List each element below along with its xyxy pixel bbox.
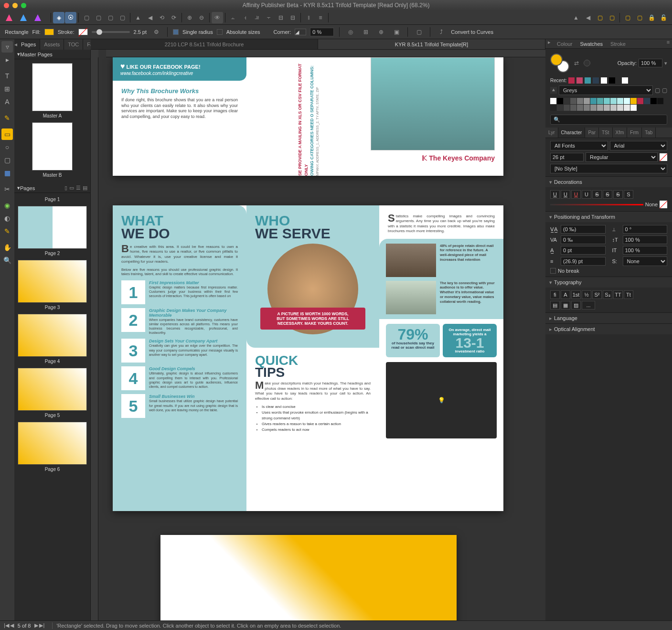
swatch-opts-icon[interactable]: ▢ [662,87,667,94]
kerning-input[interactable] [561,235,606,244]
insert-inside-icon[interactable]: ▢ [622,12,633,23]
ctab-layers[interactable]: Lyr [545,128,558,138]
add-swatch-icon[interactable]: ▢ [655,87,660,94]
stroke-width-slider[interactable] [92,31,130,33]
palette-swatch[interactable] [644,98,650,104]
designer-persona-icon[interactable] [32,12,44,23]
publisher-persona-icon[interactable] [3,12,15,23]
last-page-icon[interactable]: ▶| [39,622,44,629]
fill-tool-icon[interactable]: ◉ [1,200,13,211]
show-grid-icon[interactable]: ⊞ [360,26,372,38]
pan-tool-icon[interactable]: ✋ [1,242,13,253]
positioning-header[interactable]: Positioning and Transform [545,212,672,222]
transparency-tool-icon[interactable]: ◐ [1,213,13,224]
underline-none-icon[interactable]: U [582,190,591,199]
char-style[interactable]: [No Style] [550,164,667,173]
snap-toggle-icon[interactable]: ◈ [53,12,64,23]
ctab-frame[interactable]: Frm [627,128,642,138]
palette-swatch[interactable] [590,105,597,111]
align-center-h-icon[interactable]: ⫞ [239,12,251,23]
decorations-header[interactable]: Decorations [545,177,672,187]
space-v-icon[interactable]: ◀ [582,12,594,23]
picture-frame-tool-icon[interactable]: ▦ [1,167,13,179]
recent-swatch[interactable] [585,77,591,84]
transform-origin-icon[interactable]: ⊕ [375,26,387,38]
allcaps-icon[interactable]: Tt [624,290,633,299]
palette-swatch[interactable] [657,98,663,104]
palette-swatch[interactable] [584,98,590,104]
tab-stroke[interactable]: Stroke [607,39,629,48]
rounded-rect-tool-icon[interactable]: ▢ [1,154,13,166]
recent-swatch[interactable] [576,77,583,84]
ctab-table[interactable]: Tab [642,128,656,138]
doc-tab-2[interactable]: KYR 8.5x11 Trifold Template[R] [318,39,545,49]
font-family[interactable]: Arial [610,141,668,150]
minimize-icon[interactable] [12,3,18,8]
double-underline-icon[interactable]: U [561,190,570,199]
close-icon[interactable] [4,3,9,8]
convert-icon[interactable]: ⤴ [436,26,447,38]
page-2-thumb[interactable] [18,206,87,249]
align-left-icon[interactable]: ⫠ [227,12,239,23]
fractions-icon[interactable]: 1st [571,290,581,299]
align-middle-icon[interactable]: ⊟ [275,12,287,23]
view-spread-icon[interactable]: ▭ [69,185,74,191]
rotate-cw-icon[interactable]: ⟳ [168,12,180,23]
palette-swatch[interactable] [584,105,590,111]
panel-menu-right-icon[interactable]: ≡ [664,39,672,48]
stroke-swatch[interactable] [78,29,88,35]
underline-icon[interactable]: U [550,190,560,199]
vscale-input[interactable] [623,246,668,255]
photo-persona-icon[interactable] [17,12,30,23]
opacity-input[interactable] [639,59,662,67]
color-picker-tool-icon[interactable]: ✎ [1,225,13,237]
page-5-thumb[interactable] [18,368,87,411]
strike-double-icon[interactable]: S [603,190,612,199]
add-icon[interactable]: ⊕ [184,12,195,23]
palette-swatch[interactable] [651,98,657,104]
arrange-back-icon[interactable]: ▢ [81,12,92,23]
flip-v-icon[interactable]: ◀ [144,12,156,23]
single-radius-check[interactable] [173,29,179,35]
convert-curves-button[interactable]: Convert to Curves [451,29,493,35]
shear-input[interactable] [623,225,668,234]
master-a-thumb[interactable] [32,63,73,111]
strike-none-icon[interactable]: S [624,190,633,199]
absolute-sizes-check[interactable] [217,29,223,35]
superscript-icon[interactable]: S² [592,290,602,299]
leading-input[interactable] [561,257,606,266]
rectangle-tool-icon[interactable]: ▭ [1,128,13,140]
recent-swatch[interactable] [609,77,615,84]
palette-swatch[interactable] [604,105,610,111]
view-single-icon[interactable]: ▯ [64,185,67,191]
doc-tab-1[interactable]: 2210 LCP 8.5x11 Trifold Brochure [91,39,318,49]
ruler-vertical[interactable] [91,57,98,620]
artistic-text-tool-icon[interactable]: A [1,96,13,107]
palette-select[interactable]: Greys [559,85,653,95]
font-weight[interactable]: Regular [586,152,658,162]
insert-behind-icon[interactable]: ▢ [634,12,645,23]
palette-swatch[interactable] [550,98,556,104]
zoom-icon[interactable] [21,3,26,8]
hscale-input[interactable] [623,235,668,244]
palette-swatch[interactable] [557,105,563,111]
lock-icon[interactable]: 🔒 [646,12,657,23]
ctab-paragraph[interactable]: Par [585,128,599,138]
font-color-swatch[interactable] [660,153,667,161]
tab-pages[interactable]: Pages [17,39,40,50]
add-page-icon[interactable]: ▤ [83,185,87,191]
halfwidth-icon[interactable]: ½ [582,290,591,299]
palette-swatch[interactable] [630,105,637,111]
subtract-icon[interactable]: ⊖ [196,12,207,23]
font-collection[interactable]: All Fonts [550,141,608,150]
palette-swatch[interactable] [570,105,576,111]
palette-swatch[interactable] [624,105,630,111]
group-icon[interactable]: ▢ [594,12,606,23]
fill-stroke-wells[interactable] [550,53,569,73]
page-6-thumb[interactable] [18,422,87,465]
crop-tool-icon[interactable]: ✂ [1,183,13,195]
recent-swatch[interactable] [568,77,575,84]
tracking-input[interactable] [561,225,606,234]
palette-swatch[interactable] [564,105,570,111]
palette-swatch[interactable] [637,98,643,104]
